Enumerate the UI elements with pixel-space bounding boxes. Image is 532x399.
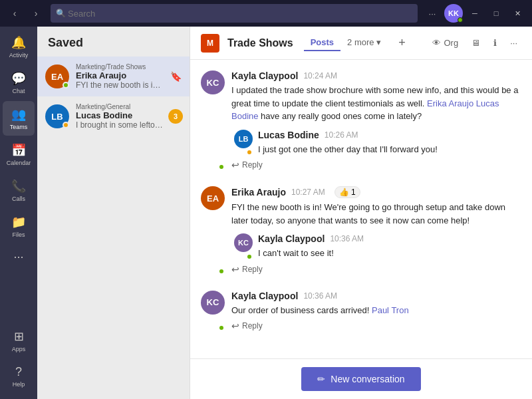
status-dot [218,268,225,275]
screen-share-button[interactable]: 🖥 [467,35,484,51]
apps-icon: ⊞ [14,329,24,344]
info-icon: ℹ [493,38,497,48]
titlebar: ‹ › 🔍 ··· KK ─ □ ✕ [0,0,532,27]
status-dot [246,149,253,156]
reply-button[interactable]: ↩ Reply [231,264,521,275]
message-time: 10:26 AM [325,130,358,140]
help-icon: ? [15,365,22,379]
forward-button[interactable]: › [27,4,45,23]
chat-name: Erika Araujo [76,70,164,80]
activity-label: Activity [9,52,29,59]
chat-icon: 💬 [11,71,26,86]
sidebar-item-chat[interactable]: 💬 Chat [3,65,35,100]
avatar-wrap: KC [201,291,225,332]
message-header: Lucas Bodine 10:26 AM [258,130,438,140]
message-group: KC Kayla Claypool 10:24 AM I updated the… [201,70,521,170]
info-button[interactable]: ℹ [489,35,501,51]
message-content: Erika Araujo 10:27 AM 👍 1 FYI the new bo… [231,186,521,275]
compose-icon: ✏ [317,374,325,384]
sub-message-content: Lucas Bodine 10:26 AM I just got one the… [258,130,438,156]
message-group: KC Kayla Claypool 10:36 AM Our order of … [201,291,521,332]
chat-name: Lucas Bodine [76,110,164,120]
activity-icon: 🔔 [11,35,26,50]
reply-icon: ↩ [231,160,239,170]
chat-list-panel: Saved EA Marketing/Trade Shows Erika Ara… [37,27,190,399]
apps-label: Apps [12,346,26,352]
more-button[interactable]: ··· [423,4,442,23]
sidebar-item-help[interactable]: ? Help [3,359,35,394]
sender-name: Kayla Claypool [231,70,298,81]
minimize-button[interactable]: ─ [466,4,484,23]
chat-preview: FYI the new booth is in! We're going to … [76,80,164,90]
main-layout: 🔔 Activity 💬 Chat 👥 Teams 📅 Calendar 📞 C… [0,27,532,399]
back-button[interactable]: ‹ [5,4,24,23]
avatar: LB [234,130,253,148]
search-input[interactable] [51,4,418,23]
chat-channel: Marketing/General [76,103,164,110]
list-item[interactable]: LB Marketing/General Lucas Bodine I brou… [37,96,190,136]
channel-view: M Trade Shows Posts 2 more ▾ + 👁 Org 🖥 [190,27,532,399]
sub-message: LB Lucas Bodine 10:26 AM I just got one … [231,130,521,156]
chat-label: Chat [12,88,25,94]
reply-label: Reply [242,321,263,331]
unread-badge: 3 [168,109,183,124]
reply-button[interactable]: ↩ Reply [231,321,521,331]
sidebar-item-files[interactable]: 📁 Files [3,209,35,243]
sidebar-item-calls[interactable]: 📞 Calls [3,173,35,207]
mention-link[interactable]: Erika Araujo [427,98,473,108]
bottom-bar: ✏ New conversation [190,358,532,399]
message-time: 10:27 AM [291,188,325,197]
chat-item-content: Marketing/Trade Shows Erika Araujo FYI t… [76,63,164,90]
bookmark-icon: 🔖 [170,71,182,82]
sidebar-item-teams[interactable]: 👥 Teams [3,101,35,136]
mention-link[interactable]: Paul Tron [372,305,409,315]
calls-icon: 📞 [11,179,26,194]
message-text: I can't wait to see it! [258,247,364,260]
new-conversation-button[interactable]: ✏ New conversation [301,367,420,391]
status-dot [63,122,69,128]
message-time: 10:24 AM [303,71,337,80]
close-button[interactable]: ✕ [508,4,527,23]
message-text: I updated the trade show brochure with s… [231,84,521,123]
new-conversation-label: New conversation [331,374,404,384]
message-content: Kayla Claypool 10:36 AM Our order of bus… [231,291,521,332]
calendar-label: Calendar [7,160,31,166]
sidebar: 🔔 Activity 💬 Chat 👥 Teams 📅 Calendar 📞 C… [0,27,37,399]
tab-more[interactable]: 2 more ▾ [340,35,388,51]
sidebar-more-button[interactable]: ··· [8,245,29,269]
sidebar-item-apps[interactable]: ⊞ Apps [3,323,35,358]
status-dot [458,17,463,23]
add-tab-button[interactable]: + [398,36,406,50]
list-item[interactable]: EA Marketing/Trade Shows Erika Araujo FY… [37,57,190,96]
reply-button[interactable]: ↩ Reply [231,160,521,170]
more-options-button[interactable]: ··· [506,35,521,51]
screen-share-icon: 🖥 [471,38,480,48]
sender-name: Erika Araujo [231,187,286,198]
titlebar-actions: ··· KK ─ □ ✕ [423,4,527,23]
message-header: Kayla Claypool 10:24 AM [231,70,521,81]
chat-list-items: EA Marketing/Trade Shows Erika Araujo FY… [37,57,190,399]
sidebar-item-calendar[interactable]: 📅 Calendar [3,137,35,172]
message-text: I just got one the other day that I'll f… [258,143,438,156]
org-icon: 👁 [432,38,441,48]
maximize-button[interactable]: □ [487,4,505,23]
chat-item-content: Marketing/General Lucas Bodine I brought… [76,103,164,130]
avatar: KC [234,233,253,252]
tab-posts[interactable]: Posts [304,35,340,51]
avatar[interactable]: KK [444,4,463,23]
org-button[interactable]: 👁 Org [428,35,462,51]
sub-message: KC Kayla Claypool 10:36 AM I can't wait … [231,233,521,260]
help-label: Help [13,381,25,388]
sender-name: Kayla Claypool [231,291,298,301]
message-content: Kayla Claypool 10:24 AM I updated the tr… [231,70,521,170]
sender-name: Lucas Bodine [258,130,319,140]
status-dot [218,325,225,331]
avatar-area: LB [45,104,69,128]
messages-area: KC Kayla Claypool 10:24 AM I updated the… [190,60,532,358]
sidebar-item-activity[interactable]: 🔔 Activity [3,29,35,64]
avatar-area: EA [45,65,69,88]
nav-buttons: ‹ › [5,4,45,23]
channel-header-right: 👁 Org 🖥 ℹ ··· [428,35,521,51]
reaction-badge[interactable]: 👍 1 [334,186,360,198]
message-group: EA Erika Araujo 10:27 AM 👍 1 FYI the new… [201,186,521,275]
